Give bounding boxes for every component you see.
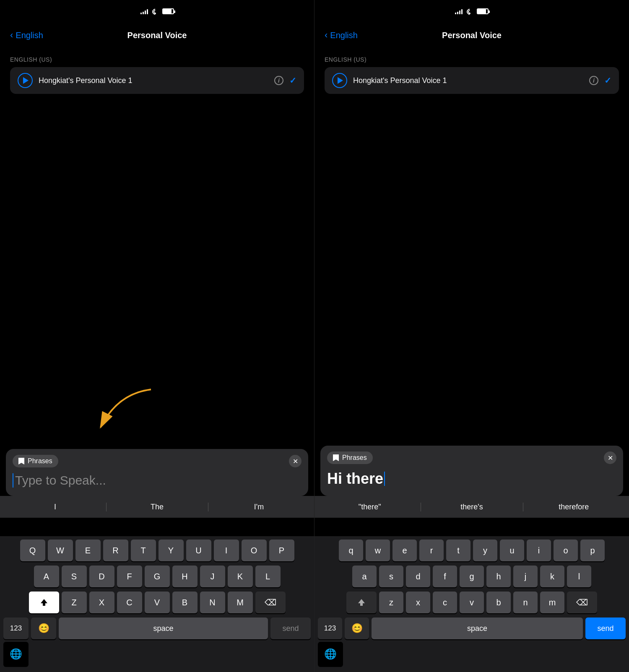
key-x[interactable]: x xyxy=(406,592,430,613)
key-o[interactable]: o xyxy=(554,540,578,561)
key-e[interactable]: e xyxy=(392,540,417,561)
key-a[interactable]: a xyxy=(352,566,377,587)
phrases-pill-left[interactable]: Phrases xyxy=(13,455,58,467)
key-m[interactable]: m xyxy=(540,592,564,613)
key-i[interactable]: i xyxy=(527,540,551,561)
key-space-left[interactable]: space xyxy=(59,618,268,639)
info-button-left[interactable]: i xyxy=(274,76,283,85)
key-k[interactable]: k xyxy=(540,566,564,587)
voice-name-left: Hongkiat's Personal Voice 1 xyxy=(39,76,268,85)
key-Z[interactable]: Z xyxy=(62,592,87,613)
key-W[interactable]: W xyxy=(48,540,73,561)
nav-bar-left: ‹ English Personal Voice xyxy=(0,23,314,48)
play-button-left[interactable] xyxy=(18,73,33,88)
right-panel: ‹ English Personal Voice ENGLISH (US) Ho… xyxy=(314,0,629,672)
phrases-pill-right[interactable]: Phrases xyxy=(327,451,373,464)
key-Y[interactable]: Y xyxy=(159,540,184,561)
key-p[interactable]: p xyxy=(580,540,605,561)
key-B[interactable]: B xyxy=(172,592,198,613)
key-r[interactable]: r xyxy=(419,540,444,561)
autocomplete-item-2-left[interactable]: The xyxy=(106,499,208,515)
key-emoji-right[interactable]: 😊 xyxy=(345,618,369,639)
key-X[interactable]: X xyxy=(89,592,114,613)
autocomplete-item-1-left[interactable]: I xyxy=(4,499,106,515)
key-M[interactable]: M xyxy=(228,592,253,613)
key-t[interactable]: t xyxy=(446,540,470,561)
phrases-modal-left: Phrases ✕ Type to Speak... xyxy=(6,449,308,496)
key-E[interactable]: E xyxy=(75,540,101,561)
key-shift-left[interactable] xyxy=(29,592,59,613)
globe-row-left: 🌐 xyxy=(2,639,312,669)
voice-name-right: Hongkiat's Personal Voice 1 xyxy=(353,76,583,85)
key-U[interactable]: U xyxy=(186,540,211,561)
keyboard-right: q w e r t y u i o p a s d f g h j k l xyxy=(314,536,629,672)
globe-row-right: 🌐 xyxy=(316,639,627,669)
key-send-left[interactable]: send xyxy=(270,618,311,639)
key-l[interactable]: l xyxy=(567,566,591,587)
key-y[interactable]: y xyxy=(473,540,497,561)
key-c[interactable]: c xyxy=(433,592,457,613)
key-b[interactable]: b xyxy=(486,592,511,613)
key-send-right[interactable]: send xyxy=(585,618,626,639)
key-F[interactable]: F xyxy=(117,566,142,587)
key-z[interactable]: z xyxy=(379,592,403,613)
close-button-left[interactable]: ✕ xyxy=(289,455,302,467)
autocomplete-item-3-right[interactable]: therefore xyxy=(523,499,625,515)
key-J[interactable]: J xyxy=(200,566,225,587)
key-123-right[interactable]: 123 xyxy=(318,618,342,639)
back-button-left[interactable]: ‹ English xyxy=(10,30,43,41)
key-g[interactable]: g xyxy=(460,566,484,587)
key-R[interactable]: R xyxy=(103,540,128,561)
key-row-2-left: A S D F G H J K L xyxy=(2,566,312,587)
battery-icon-right xyxy=(477,8,489,14)
cursor-right xyxy=(384,472,385,486)
key-I[interactable]: I xyxy=(214,540,239,561)
play-button-right[interactable] xyxy=(332,73,347,88)
bottom-row-right: 123 😊 space send xyxy=(316,618,627,639)
key-D[interactable]: D xyxy=(89,566,114,587)
key-space-right[interactable]: space xyxy=(372,618,583,639)
key-S[interactable]: S xyxy=(62,566,87,587)
key-q[interactable]: q xyxy=(339,540,363,561)
key-globe-right[interactable]: 🌐 xyxy=(318,642,343,666)
key-delete-right[interactable]: ⌫ xyxy=(567,592,597,613)
key-row-3-left: Z X C V B N M ⌫ xyxy=(2,592,312,613)
key-shift-right[interactable] xyxy=(346,592,377,613)
key-N[interactable]: N xyxy=(200,592,225,613)
key-d[interactable]: d xyxy=(406,566,430,587)
phrases-header-right: Phrases ✕ xyxy=(327,451,616,464)
back-button-right[interactable]: ‹ English xyxy=(325,30,358,41)
shift-icon-left xyxy=(39,597,49,607)
key-j[interactable]: j xyxy=(513,566,538,587)
close-icon-left: ✕ xyxy=(293,457,298,465)
key-emoji-left[interactable]: 😊 xyxy=(31,618,56,639)
key-Q[interactable]: Q xyxy=(20,540,45,561)
key-G[interactable]: G xyxy=(145,566,170,587)
key-n[interactable]: n xyxy=(513,592,538,613)
key-K[interactable]: K xyxy=(228,566,253,587)
autocomplete-item-2-right[interactable]: there's xyxy=(421,499,522,515)
key-H[interactable]: H xyxy=(172,566,198,587)
info-button-right[interactable]: i xyxy=(589,76,598,85)
key-globe-left[interactable]: 🌐 xyxy=(3,642,29,666)
key-f[interactable]: f xyxy=(433,566,457,587)
key-w[interactable]: w xyxy=(366,540,390,561)
close-button-right[interactable]: ✕ xyxy=(604,451,616,464)
key-P[interactable]: P xyxy=(269,540,294,561)
key-v[interactable]: v xyxy=(460,592,484,613)
nav-bar-right: ‹ English Personal Voice xyxy=(314,23,629,48)
key-A[interactable]: A xyxy=(34,566,59,587)
key-delete-left[interactable]: ⌫ xyxy=(255,592,286,613)
key-s[interactable]: s xyxy=(379,566,403,587)
autocomplete-item-1-right[interactable]: "there" xyxy=(319,499,421,515)
key-u[interactable]: u xyxy=(500,540,524,561)
wifi-icon-left xyxy=(151,8,159,14)
key-L[interactable]: L xyxy=(255,566,281,587)
key-C[interactable]: C xyxy=(117,592,142,613)
key-h[interactable]: h xyxy=(486,566,511,587)
key-O[interactable]: O xyxy=(242,540,267,561)
key-V[interactable]: V xyxy=(145,592,170,613)
autocomplete-item-3-left[interactable]: I'm xyxy=(208,499,310,515)
key-T[interactable]: T xyxy=(131,540,156,561)
key-123-left[interactable]: 123 xyxy=(3,618,29,639)
